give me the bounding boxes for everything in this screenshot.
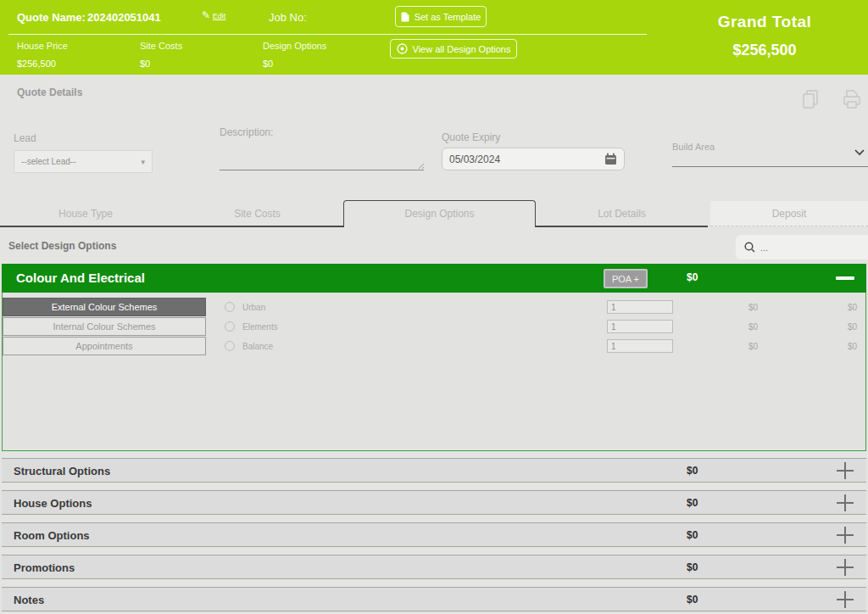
house-price-value: $256,500 <box>17 59 56 69</box>
accordion-notes[interactable]: Notes $0 <box>2 587 866 611</box>
header-divider <box>8 34 647 35</box>
accordion-total: $0 <box>687 271 698 283</box>
section-total: $0 <box>687 529 698 541</box>
tab-house-type[interactable]: House Type <box>0 201 171 226</box>
option-total: $0 <box>848 322 857 332</box>
expand-plus-icon[interactable] <box>836 558 854 577</box>
pencil-icon: ✎ <box>202 9 210 21</box>
quote-name-value: 202402051041 <box>87 11 161 24</box>
expand-plus-icon[interactable] <box>836 461 854 480</box>
expand-plus-icon[interactable] <box>836 590 854 609</box>
radio-urban[interactable] <box>225 302 235 312</box>
edit-quote-name-button[interactable]: ✎ Edit <box>202 9 225 21</box>
quote-details-title: Quote Details <box>17 87 82 98</box>
tab-site-costs[interactable]: Site Costs <box>171 201 343 226</box>
option-price: $0 <box>748 322 758 332</box>
tab-design-options[interactable]: Design Options <box>343 200 536 226</box>
option-total: $0 <box>848 342 857 351</box>
section-title: House Options <box>14 497 92 510</box>
calendar-icon[interactable] <box>604 153 617 165</box>
search-input[interactable] <box>760 243 845 253</box>
section-total: $0 <box>687 497 698 509</box>
description-label: Description: <box>220 126 273 138</box>
select-design-options-title: Select Design Options <box>8 240 116 252</box>
quote-expiry-input[interactable] <box>449 154 576 165</box>
quote-expiry-label: Quote Expiry <box>442 131 500 143</box>
quote-header: Quote Name: 202402051041 ✎ Edit Job No: … <box>0 0 868 75</box>
option-name: Urban <box>242 303 265 312</box>
accordion-house-options[interactable]: House Options $0 <box>2 490 866 515</box>
site-costs-value: $0 <box>140 59 150 69</box>
qty-input-urban[interactable] <box>607 300 673 314</box>
option-total: $0 <box>848 303 857 312</box>
design-options-value: $0 <box>263 59 273 69</box>
eye-icon <box>397 43 408 54</box>
expand-plus-icon[interactable] <box>836 494 854 512</box>
section-title: Structural Options <box>14 465 110 477</box>
build-area-select[interactable] <box>672 136 868 167</box>
tabs-underline-left <box>0 226 344 227</box>
description-textarea[interactable] <box>220 142 424 170</box>
site-costs-label: Site Costs <box>140 41 182 51</box>
design-options-label: Design Options <box>263 41 326 51</box>
caret-down-icon: ▾ <box>141 158 145 166</box>
accordion-promotions[interactable]: Promotions $0 <box>2 555 866 579</box>
design-options-search <box>736 235 868 260</box>
expand-plus-icon[interactable] <box>836 526 854 544</box>
set-as-template-label: Set as Template <box>415 12 481 22</box>
colour-electrical-panel: External Colour Schemes Internal Colour … <box>2 293 866 451</box>
section-total: $0 <box>687 561 698 573</box>
qty-input-elements[interactable] <box>607 320 673 333</box>
view-all-design-options-button[interactable]: View all Design Options <box>390 39 517 59</box>
option-price: $0 <box>748 342 758 351</box>
radio-balance[interactable] <box>225 341 235 351</box>
quote-expiry-field <box>442 148 625 170</box>
quote-app: Quote Name: 202402051041 ✎ Edit Job No: … <box>0 0 868 614</box>
grand-total-label: Grand Total <box>661 13 868 31</box>
tab-deposit[interactable]: Deposit <box>710 201 868 226</box>
lead-label: Lead <box>14 132 36 144</box>
search-icon <box>744 242 755 253</box>
option-row-balance: Balance $0 $0 <box>3 338 862 356</box>
tabs-underline-right <box>535 226 708 227</box>
option-name: Balance <box>242 342 273 351</box>
section-title: Notes <box>14 594 44 606</box>
tab-deposit-label: Deposit <box>710 201 868 226</box>
option-name: Elements <box>242 322 278 332</box>
file-icon <box>401 12 409 22</box>
tab-lot-details[interactable]: Lot Details <box>536 201 708 226</box>
radio-elements[interactable] <box>225 321 235 332</box>
set-as-template-button[interactable]: Set as Template <box>395 6 487 27</box>
accordion-room-options[interactable]: Room Options $0 <box>2 522 866 547</box>
accordion-structural-options[interactable]: Structural Options $0 <box>2 458 866 483</box>
lead-select[interactable]: --select Lead-- ▾ <box>14 150 153 173</box>
accordion-title: Colour And Electrical <box>16 271 145 285</box>
view-all-design-options-label: View all Design Options <box>413 44 511 54</box>
edit-label: Edit <box>213 12 226 20</box>
section-title: Room Options <box>14 529 90 542</box>
print-icon[interactable] <box>841 88 863 110</box>
job-no-label: Job No: <box>269 11 307 24</box>
section-total: $0 <box>687 594 698 606</box>
option-row-elements: Elements $0 $0 <box>3 318 862 337</box>
collapse-minus-icon[interactable] <box>836 276 854 280</box>
quote-name-label: Quote Name: <box>17 11 86 24</box>
section-total: $0 <box>687 465 698 477</box>
accordion-colour-and-electrical[interactable]: Colour And Electrical POA + $0 <box>2 264 866 293</box>
grand-total-value: $256,500 <box>661 42 868 59</box>
house-price-label: House Price <box>17 41 68 51</box>
grand-total-block: Grand Total $256,500 <box>661 0 868 75</box>
lead-select-value: --select Lead-- <box>21 157 75 166</box>
section-title: Promotions <box>14 561 75 574</box>
option-price: $0 <box>748 303 758 312</box>
copy-icon[interactable] <box>800 88 821 110</box>
poa-add-button[interactable]: POA + <box>604 269 648 288</box>
option-row-urban: Urban $0 $0 <box>3 299 862 317</box>
qty-input-balance[interactable] <box>607 339 673 353</box>
resize-grip-icon[interactable] <box>416 161 424 169</box>
chevron-down-icon <box>854 149 865 156</box>
